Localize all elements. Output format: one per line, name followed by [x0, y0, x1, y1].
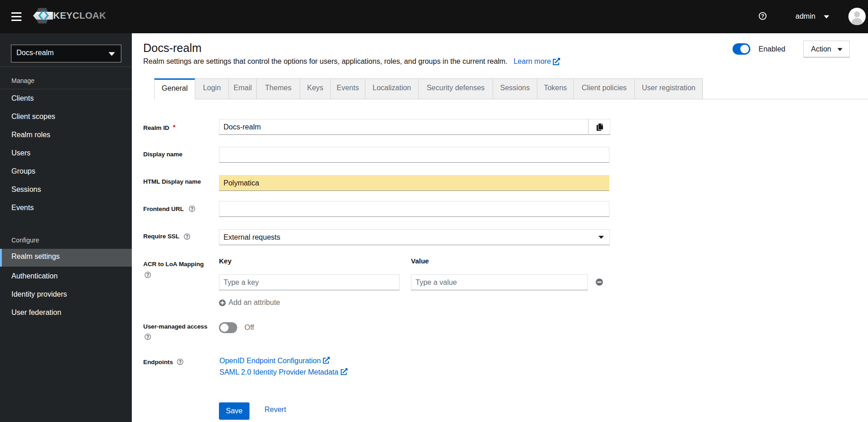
- svg-text:?: ?: [761, 13, 764, 19]
- svg-text:KEYCLOAK: KEYCLOAK: [53, 10, 106, 21]
